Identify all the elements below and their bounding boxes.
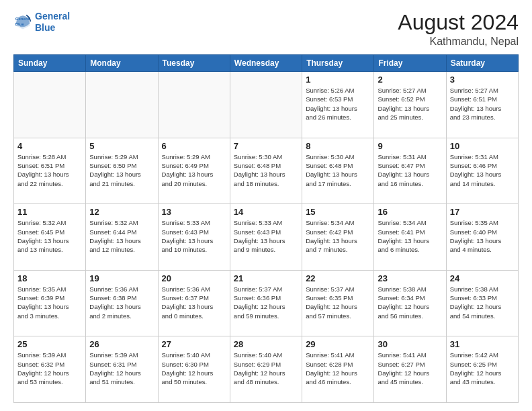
calendar-cell: 22Sunrise: 5:37 AMSunset: 6:35 PMDayligh… xyxy=(302,270,374,336)
day-info: Sunrise: 5:38 AMSunset: 6:33 PMDaylight:… xyxy=(450,285,515,320)
col-header-friday: Friday xyxy=(374,55,446,72)
col-header-thursday: Thursday xyxy=(302,55,374,72)
col-header-sunday: Sunday xyxy=(14,55,86,72)
subtitle: Kathmandu, Nepal xyxy=(398,36,519,48)
calendar-cell xyxy=(230,72,302,138)
calendar-cell xyxy=(158,72,230,138)
day-info: Sunrise: 5:39 AMSunset: 6:32 PMDaylight:… xyxy=(17,351,82,386)
day-number: 20 xyxy=(162,273,226,283)
day-info: Sunrise: 5:36 AMSunset: 6:37 PMDaylight:… xyxy=(162,285,226,320)
calendar-cell: 11Sunrise: 5:32 AMSunset: 6:45 PMDayligh… xyxy=(14,204,86,271)
day-number: 25 xyxy=(17,339,82,349)
day-info: Sunrise: 5:29 AMSunset: 6:49 PMDaylight:… xyxy=(162,152,226,188)
col-header-wednesday: Wednesday xyxy=(230,55,302,72)
logo-icon: General Blue xyxy=(13,13,32,32)
day-number: 21 xyxy=(234,273,298,283)
day-info: Sunrise: 5:32 AMSunset: 6:45 PMDaylight:… xyxy=(17,218,82,254)
day-info: Sunrise: 5:30 AMSunset: 6:48 PMDaylight:… xyxy=(234,152,298,188)
day-number: 19 xyxy=(89,273,154,283)
day-info: Sunrise: 5:41 AMSunset: 6:27 PMDaylight:… xyxy=(378,351,442,386)
day-info: Sunrise: 5:31 AMSunset: 6:46 PMDaylight:… xyxy=(450,152,515,188)
week-row-2: 11Sunrise: 5:32 AMSunset: 6:45 PMDayligh… xyxy=(14,204,519,271)
logo: General Blue General Blue xyxy=(13,11,70,34)
day-info: Sunrise: 5:27 AMSunset: 6:51 PMDaylight:… xyxy=(450,86,515,122)
day-number: 23 xyxy=(378,273,442,283)
day-number: 5 xyxy=(89,141,154,151)
day-number: 26 xyxy=(89,339,154,349)
day-number: 1 xyxy=(306,75,370,85)
calendar-cell: 27Sunrise: 5:40 AMSunset: 6:30 PMDayligh… xyxy=(158,336,230,403)
calendar-cell: 29Sunrise: 5:41 AMSunset: 6:28 PMDayligh… xyxy=(302,336,374,403)
calendar-cell: 15Sunrise: 5:34 AMSunset: 6:42 PMDayligh… xyxy=(302,204,374,271)
day-number: 6 xyxy=(162,141,226,151)
calendar-cell: 26Sunrise: 5:39 AMSunset: 6:31 PMDayligh… xyxy=(86,336,158,403)
day-number: 8 xyxy=(306,141,370,151)
day-info: Sunrise: 5:37 AMSunset: 6:36 PMDaylight:… xyxy=(234,285,298,320)
calendar-cell: 19Sunrise: 5:36 AMSunset: 6:38 PMDayligh… xyxy=(86,270,158,336)
week-row-4: 25Sunrise: 5:39 AMSunset: 6:32 PMDayligh… xyxy=(14,336,519,403)
calendar-cell: 6Sunrise: 5:29 AMSunset: 6:49 PMDaylight… xyxy=(158,138,230,204)
col-header-tuesday: Tuesday xyxy=(158,55,230,72)
day-info: Sunrise: 5:40 AMSunset: 6:30 PMDaylight:… xyxy=(162,351,226,386)
day-info: Sunrise: 5:34 AMSunset: 6:41 PMDaylight:… xyxy=(378,218,442,254)
title-block: August 2024 Kathmandu, Nepal xyxy=(398,11,519,48)
day-number: 3 xyxy=(450,75,515,85)
calendar-cell: 14Sunrise: 5:33 AMSunset: 6:43 PMDayligh… xyxy=(230,204,302,271)
calendar-cell: 31Sunrise: 5:42 AMSunset: 6:25 PMDayligh… xyxy=(446,336,518,403)
day-info: Sunrise: 5:35 AMSunset: 6:39 PMDaylight:… xyxy=(17,285,82,320)
day-info: Sunrise: 5:26 AMSunset: 6:53 PMDaylight:… xyxy=(306,86,370,122)
day-number: 22 xyxy=(306,273,370,283)
day-info: Sunrise: 5:35 AMSunset: 6:40 PMDaylight:… xyxy=(450,218,515,254)
calendar-header-row: SundayMondayTuesdayWednesdayThursdayFrid… xyxy=(14,55,519,72)
day-number: 14 xyxy=(234,207,298,217)
day-number: 18 xyxy=(17,273,82,283)
day-info: Sunrise: 5:34 AMSunset: 6:42 PMDaylight:… xyxy=(306,218,370,254)
day-number: 17 xyxy=(450,207,515,217)
calendar-cell: 30Sunrise: 5:41 AMSunset: 6:27 PMDayligh… xyxy=(374,336,446,403)
calendar-table: SundayMondayTuesdayWednesdayThursdayFrid… xyxy=(13,54,519,403)
calendar-cell: 17Sunrise: 5:35 AMSunset: 6:40 PMDayligh… xyxy=(446,204,518,271)
day-number: 28 xyxy=(234,339,298,349)
day-number: 13 xyxy=(162,207,226,217)
calendar-cell: 12Sunrise: 5:32 AMSunset: 6:44 PMDayligh… xyxy=(86,204,158,271)
day-info: Sunrise: 5:33 AMSunset: 6:43 PMDaylight:… xyxy=(162,218,226,254)
col-header-monday: Monday xyxy=(86,55,158,72)
day-info: Sunrise: 5:28 AMSunset: 6:51 PMDaylight:… xyxy=(17,152,82,188)
logo-general: General xyxy=(35,11,70,22)
calendar-cell: 8Sunrise: 5:30 AMSunset: 6:48 PMDaylight… xyxy=(302,138,374,204)
calendar-cell: 10Sunrise: 5:31 AMSunset: 6:46 PMDayligh… xyxy=(446,138,518,204)
day-number: 7 xyxy=(234,141,298,151)
page: General Blue General Blue August 2024 Ka… xyxy=(0,0,532,411)
calendar-cell: 7Sunrise: 5:30 AMSunset: 6:48 PMDaylight… xyxy=(230,138,302,204)
day-info: Sunrise: 5:32 AMSunset: 6:44 PMDaylight:… xyxy=(89,218,154,254)
day-info: Sunrise: 5:33 AMSunset: 6:43 PMDaylight:… xyxy=(234,218,298,254)
calendar-cell: 16Sunrise: 5:34 AMSunset: 6:41 PMDayligh… xyxy=(374,204,446,271)
calendar-cell xyxy=(86,72,158,138)
calendar-cell: 13Sunrise: 5:33 AMSunset: 6:43 PMDayligh… xyxy=(158,204,230,271)
day-info: Sunrise: 5:38 AMSunset: 6:34 PMDaylight:… xyxy=(378,285,442,320)
day-info: Sunrise: 5:40 AMSunset: 6:29 PMDaylight:… xyxy=(234,351,298,386)
day-number: 11 xyxy=(17,207,82,217)
day-number: 4 xyxy=(17,141,82,151)
day-number: 9 xyxy=(378,141,442,151)
day-number: 2 xyxy=(378,75,442,85)
day-number: 29 xyxy=(306,339,370,349)
calendar-cell: 1Sunrise: 5:26 AMSunset: 6:53 PMDaylight… xyxy=(302,72,374,138)
calendar-cell: 2Sunrise: 5:27 AMSunset: 6:52 PMDaylight… xyxy=(374,72,446,138)
calendar-cell: 21Sunrise: 5:37 AMSunset: 6:36 PMDayligh… xyxy=(230,270,302,336)
day-number: 24 xyxy=(450,273,515,283)
logo-blue: Blue xyxy=(35,22,70,34)
week-row-0: 1Sunrise: 5:26 AMSunset: 6:53 PMDaylight… xyxy=(14,72,519,138)
calendar-cell: 23Sunrise: 5:38 AMSunset: 6:34 PMDayligh… xyxy=(374,270,446,336)
calendar-cell: 18Sunrise: 5:35 AMSunset: 6:39 PMDayligh… xyxy=(14,270,86,336)
week-row-1: 4Sunrise: 5:28 AMSunset: 6:51 PMDaylight… xyxy=(14,138,519,204)
calendar-cell: 5Sunrise: 5:29 AMSunset: 6:50 PMDaylight… xyxy=(86,138,158,204)
calendar-cell: 28Sunrise: 5:40 AMSunset: 6:29 PMDayligh… xyxy=(230,336,302,403)
calendar-cell: 4Sunrise: 5:28 AMSunset: 6:51 PMDaylight… xyxy=(14,138,86,204)
day-info: Sunrise: 5:42 AMSunset: 6:25 PMDaylight:… xyxy=(450,351,515,386)
day-number: 27 xyxy=(162,339,226,349)
day-info: Sunrise: 5:31 AMSunset: 6:47 PMDaylight:… xyxy=(378,152,442,188)
day-number: 10 xyxy=(450,141,515,151)
col-header-saturday: Saturday xyxy=(446,55,518,72)
main-title: August 2024 xyxy=(398,11,519,34)
